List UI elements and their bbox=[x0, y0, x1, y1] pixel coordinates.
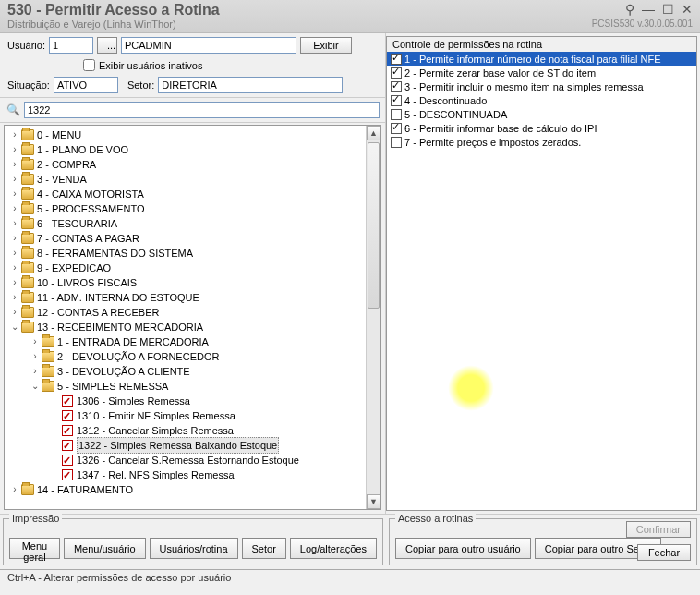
minimize-icon[interactable]: — bbox=[642, 2, 655, 17]
permission-item[interactable]: 2 - Permite zerar base valor de ST do it… bbox=[387, 66, 696, 79]
permission-checkbox[interactable] bbox=[391, 54, 402, 65]
chevron-right-icon[interactable]: › bbox=[8, 216, 21, 231]
chevron-right-icon[interactable]: › bbox=[8, 128, 21, 142]
inactive-users-checkbox[interactable] bbox=[83, 59, 95, 71]
search-icon: 🔍 bbox=[6, 103, 20, 117]
chevron-right-icon[interactable]: › bbox=[29, 349, 42, 364]
close-icon[interactable]: ✕ bbox=[682, 2, 693, 17]
search-input[interactable] bbox=[24, 102, 380, 118]
copiar-usuario-button[interactable]: Copiar para outro usuário bbox=[395, 538, 531, 559]
chevron-down-icon[interactable]: ⌄ bbox=[29, 379, 42, 394]
tree-scrollbar[interactable]: ▲ ▼ bbox=[366, 126, 380, 509]
chevron-right-icon[interactable]: › bbox=[8, 187, 21, 201]
routine-checkbox[interactable] bbox=[62, 425, 73, 436]
routine-checkbox[interactable] bbox=[62, 395, 73, 407]
routine-tree[interactable]: ›0 - MENU›1 - PLANO DE VOO›2 - COMPRA›3 … bbox=[5, 126, 380, 499]
chevron-right-icon[interactable]: › bbox=[8, 231, 21, 246]
permission-item[interactable]: 4 - Descontinuado bbox=[387, 93, 696, 107]
tree-node[interactable]: 1322 - Simples Remessa Baixando Estoque bbox=[5, 438, 380, 453]
permission-item[interactable]: 1 - Permite informar número de nota fisc… bbox=[387, 52, 696, 66]
tree-node[interactable]: ›6 - TESOURARIA bbox=[5, 216, 380, 231]
permission-checkbox[interactable] bbox=[391, 123, 402, 134]
tree-node[interactable]: ›5 - PROCESSAMENTO bbox=[5, 201, 380, 216]
tree-node[interactable]: 1326 - Cancelar S.Remessa Estornando Est… bbox=[5, 453, 380, 468]
permission-checkbox[interactable] bbox=[391, 137, 402, 148]
scroll-down-icon[interactable]: ▼ bbox=[367, 494, 380, 509]
user-name-input[interactable] bbox=[121, 37, 296, 54]
confirmar-button[interactable]: Confirmar bbox=[626, 521, 691, 538]
tree-node[interactable]: ›0 - MENU bbox=[5, 128, 380, 142]
tree-node[interactable]: ›3 - VENDA bbox=[5, 172, 380, 187]
routine-checkbox[interactable] bbox=[62, 440, 73, 451]
situacao-input[interactable] bbox=[54, 77, 118, 93]
chevron-down-icon[interactable]: ⌄ bbox=[8, 320, 21, 334]
menu-geral-button[interactable]: Menu geral bbox=[9, 538, 60, 559]
show-button[interactable]: Exibir bbox=[300, 37, 352, 54]
permission-label: 1 - Permite informar número de nota fisc… bbox=[404, 54, 661, 65]
tree-node[interactable]: 1306 - Simples Remessa bbox=[5, 394, 380, 408]
permission-item[interactable]: 5 - DESCONTINUADA bbox=[387, 107, 696, 121]
chevron-right-icon[interactable]: › bbox=[8, 201, 21, 216]
routine-checkbox[interactable] bbox=[62, 410, 73, 421]
permission-checkbox[interactable] bbox=[391, 67, 402, 79]
permission-checkbox[interactable] bbox=[391, 81, 402, 92]
tree-node[interactable]: ›4 - CAIXA MOTORISTA bbox=[5, 187, 380, 201]
chevron-right-icon[interactable]: › bbox=[29, 334, 42, 349]
chevron-right-icon[interactable]: › bbox=[8, 482, 21, 497]
folder-icon bbox=[21, 129, 34, 140]
permissions-list[interactable]: 1 - Permite informar número de nota fisc… bbox=[387, 52, 696, 510]
tree-node[interactable]: 1310 - Emitir NF Simples Remessa bbox=[5, 408, 380, 423]
chevron-right-icon[interactable]: › bbox=[8, 172, 21, 187]
tree-node[interactable]: ›2 - COMPRA bbox=[5, 157, 380, 172]
chevron-right-icon[interactable]: › bbox=[8, 261, 21, 275]
tree-node[interactable]: ⌄5 - SIMPLES REMESSA bbox=[5, 379, 380, 394]
tree-node-label: 9 - EXPEDICAO bbox=[37, 261, 111, 275]
tree-node[interactable]: ›3 - DEVOLUÇÃO A CLIENTE bbox=[5, 364, 380, 379]
routine-checkbox[interactable] bbox=[62, 455, 73, 466]
tree-node[interactable]: 1312 - Cancelar Simples Remessa bbox=[5, 423, 380, 438]
tree-node[interactable]: ›14 - FATURAMENTO bbox=[5, 482, 380, 497]
chevron-right-icon[interactable]: › bbox=[8, 290, 21, 305]
tree-node-label: 10 - LIVROS FISCAIS bbox=[37, 275, 137, 290]
chevron-right-icon[interactable]: › bbox=[8, 246, 21, 261]
setor-input[interactable] bbox=[158, 77, 343, 93]
fechar-button[interactable]: Fechar bbox=[637, 544, 691, 561]
chevron-right-icon[interactable]: › bbox=[8, 157, 21, 172]
chevron-right-icon[interactable]: › bbox=[8, 305, 21, 320]
tree-node[interactable]: ›11 - ADM. INTERNA DO ESTOQUE bbox=[5, 290, 380, 305]
menu-usuario-button[interactable]: Menu/usuário bbox=[64, 538, 146, 559]
chevron-right-icon[interactable]: › bbox=[8, 275, 21, 290]
pin-icon[interactable]: ⚲ bbox=[625, 2, 634, 17]
tree-node[interactable]: ›9 - EXPEDICAO bbox=[5, 261, 380, 275]
tree-node[interactable]: ›10 - LIVROS FISCAIS bbox=[5, 275, 380, 290]
tree-node-label: 1310 - Emitir NF Simples Remessa bbox=[77, 408, 235, 423]
scroll-thumb[interactable] bbox=[368, 142, 380, 309]
scroll-up-icon[interactable]: ▲ bbox=[367, 126, 380, 140]
tree-node[interactable]: ›1 - ENTRADA DE MERCADORIA bbox=[5, 334, 380, 349]
permission-item[interactable]: 6 - Permitir informar base de cálculo do… bbox=[387, 121, 696, 135]
permission-item[interactable]: 7 - Permite preços e impostos zerados. bbox=[387, 135, 696, 149]
log-alteracoes-button[interactable]: Log/alterações bbox=[290, 538, 377, 559]
routine-checkbox[interactable] bbox=[62, 469, 73, 480]
tree-node[interactable]: ›7 - CONTAS A PAGAR bbox=[5, 231, 380, 246]
user-lookup-button[interactable]: ... bbox=[97, 37, 117, 54]
permission-checkbox[interactable] bbox=[391, 95, 402, 106]
tree-node-label: 7 - CONTAS A PAGAR bbox=[37, 231, 139, 246]
usuarios-rotina-button[interactable]: Usuários/rotina bbox=[150, 538, 238, 559]
folder-icon bbox=[21, 218, 34, 229]
tree-node[interactable]: 1347 - Rel. NFS Simples Remessa bbox=[5, 468, 380, 482]
permission-checkbox[interactable] bbox=[391, 109, 402, 120]
tree-node[interactable]: ⌄13 - RECEBIMENTO MERCADORIA bbox=[5, 320, 380, 334]
permission-label: 5 - DESCONTINUADA bbox=[404, 109, 507, 120]
permission-item[interactable]: 3 - Permitir incluir o mesmo item na sim… bbox=[387, 79, 696, 93]
chevron-right-icon[interactable]: › bbox=[8, 142, 21, 157]
tree-node[interactable]: ›8 - FERRAMENTAS DO SISTEMA bbox=[5, 246, 380, 261]
maximize-icon[interactable]: ☐ bbox=[662, 2, 674, 17]
tree-node[interactable]: ›2 - DEVOLUÇÃO A FORNECEDOR bbox=[5, 349, 380, 364]
tree-node[interactable]: ›1 - PLANO DE VOO bbox=[5, 142, 380, 157]
user-code-input[interactable] bbox=[49, 37, 93, 54]
chevron-right-icon[interactable]: › bbox=[29, 364, 42, 379]
folder-icon bbox=[21, 307, 34, 318]
setor-button[interactable]: Setor bbox=[242, 538, 286, 559]
tree-node[interactable]: ›12 - CONTAS A RECEBER bbox=[5, 305, 380, 320]
